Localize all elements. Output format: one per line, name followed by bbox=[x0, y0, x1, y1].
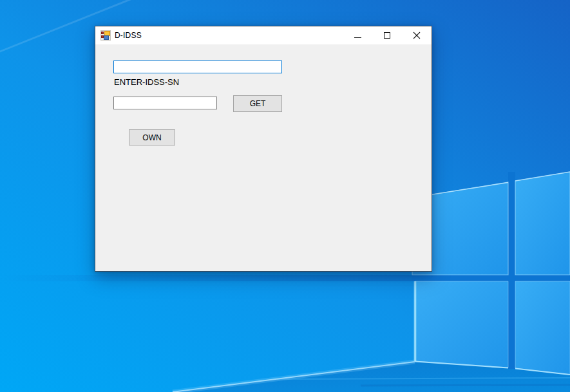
close-button[interactable] bbox=[402, 26, 432, 44]
window-titlebar[interactable]: D-IDSS bbox=[95, 26, 432, 44]
caption-buttons bbox=[343, 26, 432, 44]
maximize-icon bbox=[384, 32, 390, 39]
app-window: D-IDSS ENTER-IDSS-SN GET bbox=[95, 26, 432, 272]
close-icon bbox=[413, 32, 421, 39]
get-button[interactable]: GET bbox=[233, 95, 282, 112]
window-title: D-IDSS bbox=[115, 31, 142, 40]
app-icon bbox=[100, 30, 111, 41]
enter-idss-sn-label: ENTER-IDSS-SN bbox=[114, 77, 179, 87]
minimize-button[interactable] bbox=[343, 26, 372, 44]
maximize-button[interactable] bbox=[372, 26, 402, 44]
form-client-area: ENTER-IDSS-SN GET OWN bbox=[95, 44, 432, 271]
minimize-icon bbox=[354, 37, 361, 38]
sn-code-input[interactable] bbox=[113, 97, 217, 109]
idss-sn-input[interactable] bbox=[113, 61, 282, 73]
desktop: D-IDSS ENTER-IDSS-SN GET bbox=[0, 0, 570, 392]
own-button[interactable]: OWN bbox=[129, 129, 175, 145]
